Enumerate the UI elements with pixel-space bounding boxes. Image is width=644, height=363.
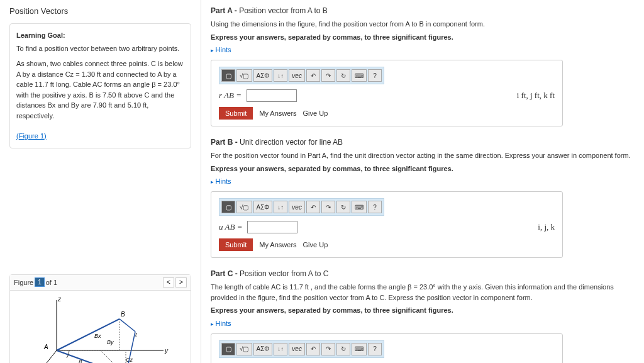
figure-prev-button[interactable]: < [163, 277, 174, 288]
greek-button[interactable]: ΑΣΦ [253, 343, 273, 355]
redo-button[interactable]: ↷ [321, 201, 335, 213]
sqrt-button[interactable]: √▢ [236, 201, 252, 213]
vec-button[interactable]: vec [289, 343, 305, 355]
svg-line-21 [119, 319, 135, 332]
svg-text:y: y [164, 347, 169, 354]
redo-button[interactable]: ↷ [321, 69, 335, 82]
svg-line-7 [57, 319, 119, 350]
figure-link[interactable]: (Figure 1) [16, 131, 47, 142]
part-b-input[interactable] [247, 221, 297, 233]
keyboard-button[interactable]: ⌨ [352, 201, 367, 213]
learning-goal-box: Learning Goal: To find a position vector… [9, 23, 191, 148]
part-a-title: Part A - Position vector from A to B [211, 6, 635, 15]
greek-button[interactable]: ΑΣΦ [253, 201, 273, 213]
greek-button[interactable]: ΑΣΦ [253, 69, 273, 82]
svg-line-4 [31, 350, 57, 364]
part-b-instruct: Express your answers, separated by comma… [211, 164, 635, 174]
part-c-hints[interactable]: Hints [211, 320, 635, 327]
figure-number[interactable]: 1 [35, 277, 45, 287]
part-a-giveup[interactable]: Give Up [303, 109, 328, 117]
svg-text:z: z [57, 296, 62, 303]
svg-line-9 [57, 350, 126, 364]
part-c-toolbar: ▢ √▢ ΑΣΦ ↓↑ vec ↶ ↷ ↻ ⌨ ? [219, 340, 384, 358]
part-b-giveup[interactable]: Give Up [303, 241, 328, 249]
sqrt-button[interactable]: √▢ [236, 69, 252, 82]
svg-text:B: B [121, 311, 125, 318]
reset-button[interactable]: ↻ [336, 69, 350, 82]
svg-text:Bx: Bx [94, 333, 101, 339]
problem-description: As shown, two cables connect three point… [16, 59, 184, 121]
help-button[interactable]: ? [368, 69, 382, 82]
figure-diagram: z y x A B C Bx By t Cz [10, 291, 191, 364]
keyboard-button[interactable]: ⌨ [352, 69, 367, 82]
vec-button[interactable]: vec [289, 201, 305, 213]
part-c-answer-box: ▢ √▢ ΑΣΦ ↓↑ vec ↶ ↷ ↻ ⌨ ? r AC = i ft, j… [211, 333, 563, 364]
part-a-input[interactable] [247, 89, 297, 102]
part-c-title: Part C - Position vector from A to C [211, 269, 635, 278]
svg-text:A: A [43, 343, 48, 350]
part-b-units: i, j, k [538, 222, 555, 232]
part-c: Part C - Position vector from A to C The… [211, 269, 635, 363]
sqrt-button[interactable]: √▢ [236, 343, 252, 355]
reset-button[interactable]: ↻ [336, 201, 350, 213]
part-a-toolbar: ▢ √▢ ΑΣΦ ↓↑ vec ↶ ↷ ↻ ⌨ ? [219, 67, 384, 84]
figure-panel: Figure 1 of 1 < > z y x A B [9, 274, 191, 364]
templates-button[interactable]: ▢ [221, 343, 235, 355]
undo-button[interactable]: ↶ [306, 201, 320, 213]
vec-button[interactable]: vec [289, 69, 305, 82]
undo-button[interactable]: ↶ [306, 343, 320, 355]
undo-button[interactable]: ↶ [306, 69, 320, 82]
svg-text:β: β [78, 359, 82, 364]
part-a-instruct: Express your answers, separated by comma… [211, 32, 635, 43]
part-b-submit[interactable]: Submit [219, 238, 253, 251]
part-b-title: Part B - Unit direction vector for line … [211, 138, 635, 147]
part-b-hints[interactable]: Hints [211, 177, 635, 185]
arrows-button[interactable]: ↓↑ [274, 343, 287, 355]
part-c-instruct: Express your answers, separated by comma… [211, 305, 635, 316]
svg-text:t: t [135, 332, 137, 338]
reset-button[interactable]: ↻ [336, 343, 350, 355]
part-b: Part B - Unit direction vector for line … [211, 138, 635, 258]
part-a-var: r AB = [219, 91, 242, 101]
part-a-myanswers[interactable]: My Answers [259, 109, 296, 117]
redo-button[interactable]: ↷ [321, 343, 335, 355]
part-a-submit[interactable]: Submit [219, 107, 253, 120]
part-a-units: i ft, j ft, k ft [517, 91, 555, 101]
part-c-desc: The length of cable AC is 11.7 ft , and … [211, 282, 635, 303]
help-button[interactable]: ? [368, 201, 382, 213]
part-b-myanswers[interactable]: My Answers [259, 241, 296, 249]
part-a-desc: Using the dimensions in the figure, find… [211, 19, 635, 30]
arrows-button[interactable]: ↓↑ [274, 69, 287, 82]
figure-of: of 1 [46, 279, 57, 286]
part-b-answer-box: ▢ √▢ ΑΣΦ ↓↑ vec ↶ ↷ ↻ ⌨ ? u AB = i, j, k [211, 191, 563, 258]
part-b-var: u AB = [219, 222, 242, 232]
page-title: Position Vectors [9, 6, 191, 16]
help-button[interactable]: ? [368, 343, 382, 355]
goal-text: To find a position vector between two ar… [16, 43, 184, 54]
part-b-toolbar: ▢ √▢ ΑΣΦ ↓↑ vec ↶ ↷ ↻ ⌨ ? [219, 198, 384, 216]
svg-text:By: By [107, 339, 114, 345]
arrows-button[interactable]: ↓↑ [274, 201, 287, 213]
templates-button[interactable]: ▢ [221, 201, 235, 213]
templates-button[interactable]: ▢ [221, 69, 235, 82]
part-a-answer-box: ▢ √▢ ΑΣΦ ↓↑ vec ↶ ↷ ↻ ⌨ ? r AB = i ft, j… [211, 60, 563, 126]
goal-label: Learning Goal: [16, 30, 184, 41]
figure-next-button[interactable]: > [175, 277, 187, 288]
keyboard-button[interactable]: ⌨ [352, 343, 367, 355]
svg-line-14 [101, 350, 126, 364]
figure-label: Figure [14, 279, 33, 286]
part-a-hints[interactable]: Hints [211, 46, 635, 53]
part-a: Part A - Position vector from A to B Usi… [211, 6, 635, 126]
part-b-desc: For the position vector found in Part A,… [211, 150, 635, 161]
